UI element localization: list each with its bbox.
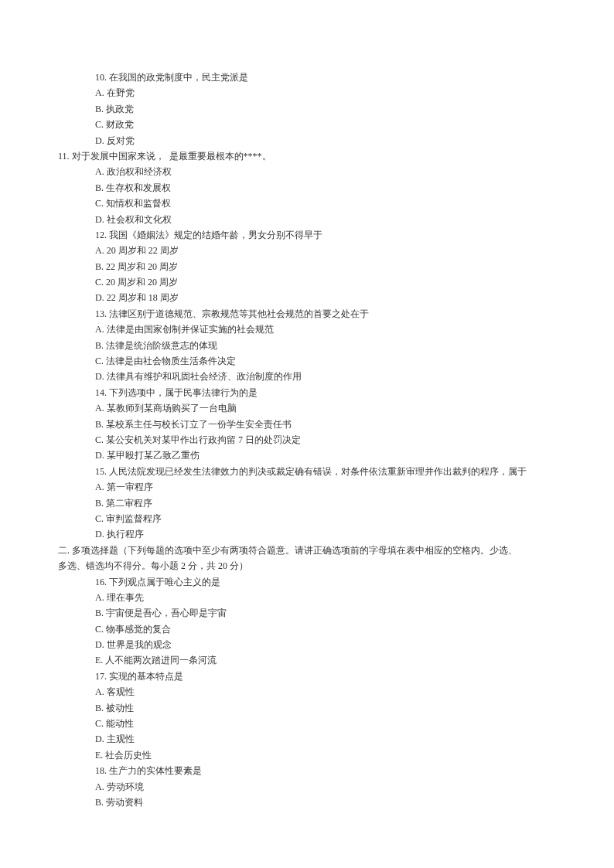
text-line: 17. 实现的基本特点是	[58, 669, 556, 684]
text-line: D. 反对党	[58, 133, 556, 148]
text-line: A. 20 周岁和 22 周岁	[58, 243, 556, 258]
text-line: D. 某甲殴打某乙致乙重伤	[58, 448, 556, 463]
text-line: A. 某教师到某商场购买了一台电脑	[58, 400, 556, 416]
text-line: B. 22 周岁和 20 周岁	[58, 259, 556, 274]
text-line: D. 世界是我的观念	[58, 637, 556, 652]
text-line: D. 主观性	[58, 731, 556, 747]
text-line: 二. 多项选择题（下列每题的选项中至少有两项符合题意。请讲正确选项前的字母填在表…	[58, 543, 556, 558]
text-line: C. 财政党	[58, 117, 556, 132]
text-line: C. 法律是由社会物质生活条件决定	[58, 353, 556, 369]
text-line: C. 某公安机关对某甲作出行政拘留 7 日的处罚决定	[58, 432, 556, 448]
text-line: 12. 我国《婚姻法》规定的结婚年龄，男女分别不得早于	[58, 227, 556, 243]
text-line: A. 第一审程序	[58, 479, 556, 495]
text-line: 16. 下列观点属于唯心主义的是	[58, 574, 556, 590]
text-line: D. 执行程序	[58, 526, 556, 542]
text-line: A. 劳动环境	[58, 779, 556, 795]
text-line: C. 20 周岁和 20 周岁	[58, 274, 556, 290]
text-line: E. 社会历史性	[58, 747, 556, 763]
text-line: 10. 在我国的政党制度中，民主党派是	[58, 70, 556, 85]
text-line: B. 法律是统治阶级意志的体现	[58, 338, 556, 353]
text-line: A. 理在事先	[58, 590, 556, 605]
text-line: B. 劳动资料	[58, 795, 556, 810]
text-line: 15. 人民法院发现已经发生法律效力的判决或裁定确有错误，对条件依法重新审理并作…	[58, 464, 556, 479]
document-body: 10. 在我国的政党制度中，民主党派是A. 在野党B. 执政党C. 财政党D. …	[58, 70, 556, 810]
text-line: B. 某校系主任与校长订立了一份学生安全责任书	[58, 417, 556, 432]
text-line: 多选、错选均不得分。每小题 2 分，共 20 分）	[58, 558, 556, 574]
text-line: D. 社会权和文化权	[58, 212, 556, 227]
text-line: C. 能动性	[58, 716, 556, 731]
text-line: 14. 下列选项中，属于民事法律行为的是	[58, 385, 556, 400]
text-line: B. 被动性	[58, 700, 556, 716]
text-line: 18. 生产力的实体性要素是	[58, 763, 556, 778]
text-line: C. 知情权和监督权	[58, 196, 556, 211]
text-line: B. 生存权和发展权	[58, 180, 556, 196]
text-line: A. 客观性	[58, 684, 556, 700]
text-line: 11. 对于发展中国家来说， 是最重要最根本的****。	[58, 148, 556, 164]
text-line: C. 审判监督程序	[58, 511, 556, 526]
text-line: A. 法律是由国家创制并保证实施的社会规范	[58, 322, 556, 337]
text-line: E. 人不能两次踏进同一条河流	[58, 652, 556, 668]
text-line: 13. 法律区别于道德规范、宗教规范等其他社会规范的首要之处在于	[58, 306, 556, 322]
text-line: C. 物事感觉的复合	[58, 621, 556, 637]
text-line: D. 法律具有维护和巩固社会经济、政治制度的作用	[58, 369, 556, 384]
text-line: B. 宇宙便是吾心，吾心即是宇宙	[58, 605, 556, 621]
text-line: A. 政治权和经济权	[58, 164, 556, 179]
text-line: A. 在野党	[58, 85, 556, 100]
text-line: B. 第二审程序	[58, 495, 556, 511]
text-line: D. 22 周岁和 18 周岁	[58, 290, 556, 305]
text-line: B. 执政党	[58, 101, 556, 117]
